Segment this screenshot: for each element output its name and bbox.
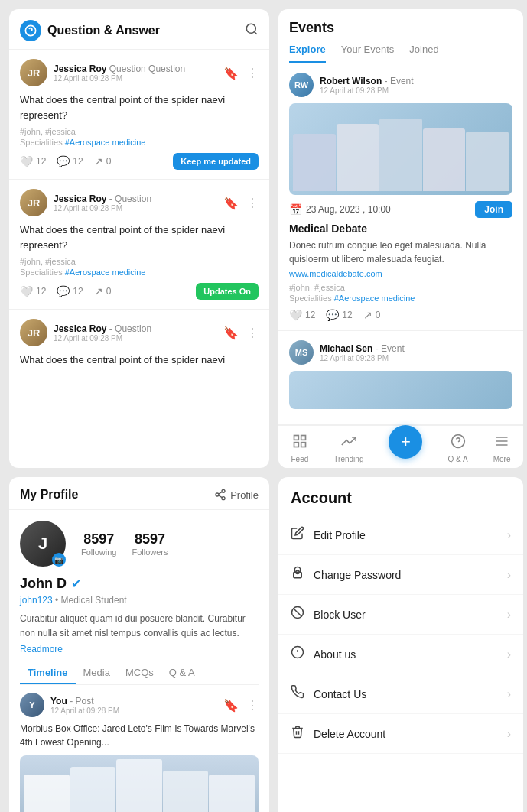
feed-icon — [292, 434, 307, 453]
bookmark-icon-3[interactable]: 🔖 — [223, 326, 239, 340]
doc-2 — [337, 124, 379, 191]
doc-4 — [423, 128, 466, 191]
comment-action-1[interactable]: 💬 12 — [57, 155, 83, 167]
nav-label-feed: Feed — [291, 455, 309, 463]
nav-center-add-btn[interactable]: + — [389, 425, 422, 459]
nav-item-more[interactable]: More — [493, 434, 511, 463]
event-date-row-1: 📅 23 Aug, 2023 , 10:00 Join — [289, 201, 512, 218]
nav-item-qa[interactable]: Q & A — [448, 434, 468, 463]
more-icon-1[interactable]: ⋮ — [246, 66, 259, 80]
svg-point-15 — [222, 497, 225, 500]
edit-profile-chevron: › — [507, 528, 511, 542]
event-link-1[interactable]: www.medicaldebate.com — [289, 269, 512, 278]
event-user-info-1: Robert Wilson - Event 12 April at 09:28 … — [320, 76, 414, 95]
account-item-about-us[interactable]: About us › — [278, 635, 523, 674]
profile-share-btn[interactable]: Profile — [214, 489, 259, 501]
qa-post-header-2: JR Jessica Roy - Question 12 April at 09… — [20, 189, 259, 216]
account-item-contact-us[interactable]: Contact Us › — [278, 674, 523, 714]
event-share-1[interactable]: ↗ 0 — [363, 309, 381, 321]
timeline-bookmark-icon[interactable]: 🔖 — [223, 698, 239, 713]
updates-on-btn-2[interactable]: Updates On — [196, 283, 259, 300]
nav-item-trending[interactable]: Trending — [333, 434, 363, 463]
profile-tabs: Timeline Media MCQs Q & A — [20, 662, 259, 685]
readmore-btn[interactable]: Readmore — [20, 644, 259, 654]
qa-icon — [20, 20, 41, 41]
search-icon[interactable] — [245, 22, 259, 40]
event-user-name-2: Michael Sen - Event — [320, 343, 405, 354]
profile-tab-mcqs[interactable]: MCQs — [118, 662, 161, 684]
event-like-1[interactable]: 🤍 12 — [289, 309, 315, 321]
timeline-more-icon[interactable]: ⋮ — [246, 698, 259, 713]
comment-action-2[interactable]: 💬 12 — [57, 285, 83, 297]
event-post-user-2: MS Michael Sen - Event 12 April at 09:28… — [289, 340, 405, 365]
svg-rect-7 — [301, 443, 306, 447]
nav-label-more: More — [493, 455, 511, 463]
tdoc-4 — [163, 771, 209, 812]
camera-badge[interactable]: 📷 — [52, 553, 66, 567]
event-post-header-2: MS Michael Sen - Event 12 April at 09:28… — [289, 340, 512, 365]
qa-post-header-3: JR Jessica Roy - Question 12 April at 09… — [20, 319, 259, 346]
timeline-avatar: Y — [20, 693, 44, 717]
events-panel: Events Explore Your Events Joined RW Rob… — [278, 9, 523, 468]
tab-joined[interactable]: Joined — [409, 44, 438, 63]
about-us-label: About us — [314, 648, 356, 661]
timeline-post-user: Y You - Post 12 April at 09:28 PM — [20, 693, 119, 717]
like-action-1[interactable]: 🤍 12 — [20, 155, 46, 167]
tdoc-3 — [116, 759, 162, 812]
profile-body: J 📷 8597 Following 8597 Followers John D — [9, 510, 269, 812]
profile-tab-qa[interactable]: Q & A — [161, 662, 203, 684]
nav-item-feed[interactable]: Feed — [291, 434, 309, 463]
share-action-1[interactable]: ↗ 0 — [94, 155, 112, 167]
bookmark-icon-1[interactable]: 🔖 — [223, 66, 239, 80]
about-us-chevron: › — [507, 648, 511, 661]
more-nav-icon — [494, 434, 509, 453]
svg-line-3 — [254, 31, 256, 34]
join-btn-1[interactable]: Join — [475, 201, 512, 218]
timeline-post-time: 12 April at 09:28 PM — [50, 706, 119, 715]
event-comment-1[interactable]: 💬 12 — [326, 309, 352, 321]
contact-us-icon — [291, 685, 304, 703]
account-item-change-password[interactable]: Change Password › — [278, 555, 523, 595]
qa-post-3: JR Jessica Roy - Question 12 April at 09… — [9, 310, 269, 382]
profile-tab-timeline[interactable]: Timeline — [20, 662, 76, 684]
bookmark-icon-2[interactable]: 🔖 — [223, 196, 239, 210]
share-action-2[interactable]: ↗ 0 — [94, 285, 112, 297]
change-password-chevron: › — [507, 568, 511, 582]
qa-title: Question & Answer — [47, 24, 160, 37]
block-user-chevron: › — [507, 608, 511, 622]
qa-header: Question & Answer — [9, 9, 269, 50]
post-time-1: 12 April at 09:28 PM — [54, 74, 185, 83]
account-header: Account — [278, 477, 523, 515]
following-label: Following — [81, 547, 116, 557]
event-date-1: 📅 23 Aug, 2023 , 10:00 — [289, 203, 391, 216]
block-user-label: Block User — [314, 609, 366, 621]
event-tags-1: #john, #jessica — [289, 283, 512, 292]
trending-icon — [341, 434, 356, 453]
events-title: Events — [289, 20, 512, 36]
event-post-1: RW Robert Wilson - Event 12 April at 09:… — [278, 63, 523, 331]
tab-explore[interactable]: Explore — [289, 44, 326, 63]
tdoc-1 — [24, 775, 70, 812]
keep-updated-btn-1[interactable]: Keep me updated — [173, 153, 259, 170]
account-item-delete-account[interactable]: Delete Account › — [278, 714, 523, 754]
contact-us-chevron: › — [507, 687, 511, 701]
svg-rect-19 — [294, 572, 302, 578]
tab-your-events[interactable]: Your Events — [341, 44, 395, 63]
qa-post-header-1: JR Jessica Roy Question Question 12 Apri… — [20, 59, 259, 86]
account-item-edit-profile[interactable]: Edit Profile › — [278, 515, 523, 555]
account-item-block-user[interactable]: Block User › — [278, 595, 523, 635]
profile-tab-media[interactable]: Media — [76, 662, 118, 684]
svg-rect-4 — [294, 436, 298, 440]
event-user-name-1: Robert Wilson - Event — [320, 76, 414, 86]
doc-5 — [466, 132, 509, 191]
followers-label: Followers — [132, 547, 168, 557]
svg-line-16 — [219, 495, 223, 498]
account-item-left-delete: Delete Account — [291, 725, 385, 742]
more-icon-2[interactable]: ⋮ — [246, 196, 259, 210]
timeline-post-actions: 🔖 ⋮ — [223, 698, 259, 713]
following-count: 8597 — [81, 531, 116, 547]
events-tabs: Explore Your Events Joined — [289, 44, 512, 63]
timeline-user-info: You - Post 12 April at 09:28 PM — [50, 696, 119, 715]
like-action-2[interactable]: 🤍 12 — [20, 285, 46, 297]
more-icon-3[interactable]: ⋮ — [246, 326, 259, 340]
